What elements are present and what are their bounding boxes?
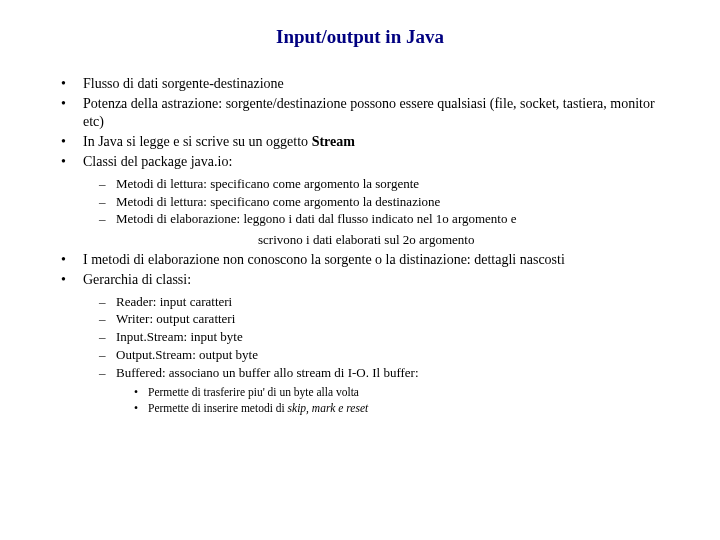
list-item: Buffered: associano un buffer allo strea… (83, 365, 665, 416)
continuation-line: scrivono i dati elaborati sul 2o argomen… (83, 232, 665, 249)
slide-title: Input/output in Java (55, 25, 665, 50)
list-item: Output.Stream: output byte (83, 347, 665, 364)
list-item: Permette di trasferire piu' di un byte a… (116, 385, 665, 400)
list-item: Gerarchia di classi: Reader: input carat… (55, 271, 665, 416)
list-item: Flusso di dati sorgente-destinazione (55, 75, 665, 93)
list-item: Permette di inserire metodi di skip, mar… (116, 401, 665, 416)
sub-list: Reader: input caratteri Writer: output c… (83, 294, 665, 416)
list-item: Reader: input caratteri (83, 294, 665, 311)
list-item: Input.Stream: input byte (83, 329, 665, 346)
list-item: Metodi di lettura: specificano come argo… (83, 176, 665, 193)
list-item: Classi del package java.io: Metodi di le… (55, 153, 665, 249)
list-item: Writer: output caratteri (83, 311, 665, 328)
bullet-list: Flusso di dati sorgente-destinazione Pot… (55, 75, 665, 416)
sub-sub-list: Permette di trasferire piu' di un byte a… (116, 385, 665, 416)
sub-list: Metodi di lettura: specificano come argo… (83, 176, 665, 229)
list-item: Metodi di elaborazione: leggono i dati d… (83, 211, 665, 228)
list-item: Metodi di lettura: specificano come argo… (83, 194, 665, 211)
list-item: In Java si legge e si scrive su un ogget… (55, 133, 665, 151)
list-item: Potenza della astrazione: sorgente/desti… (55, 95, 665, 131)
list-item: I metodi di elaborazione non conoscono l… (55, 251, 665, 269)
